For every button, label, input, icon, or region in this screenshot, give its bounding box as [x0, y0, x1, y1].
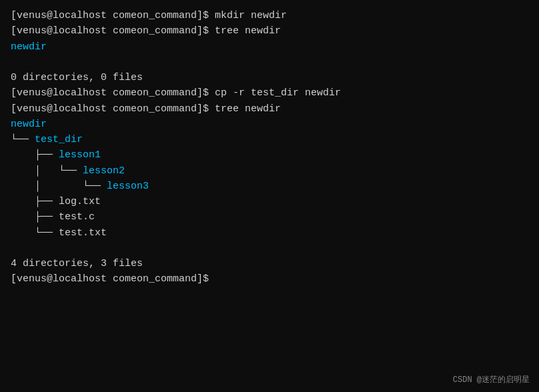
- watermark-text: CSDN @迷茫的启明星: [453, 375, 530, 385]
- terminal: [venus@localhost comeon_command]$ mkdir …: [0, 0, 539, 392]
- watermark: CSDN @迷茫的启明星: [453, 374, 530, 385]
- terminal-content: [venus@localhost comeon_command]$ mkdir …: [11, 8, 528, 287]
